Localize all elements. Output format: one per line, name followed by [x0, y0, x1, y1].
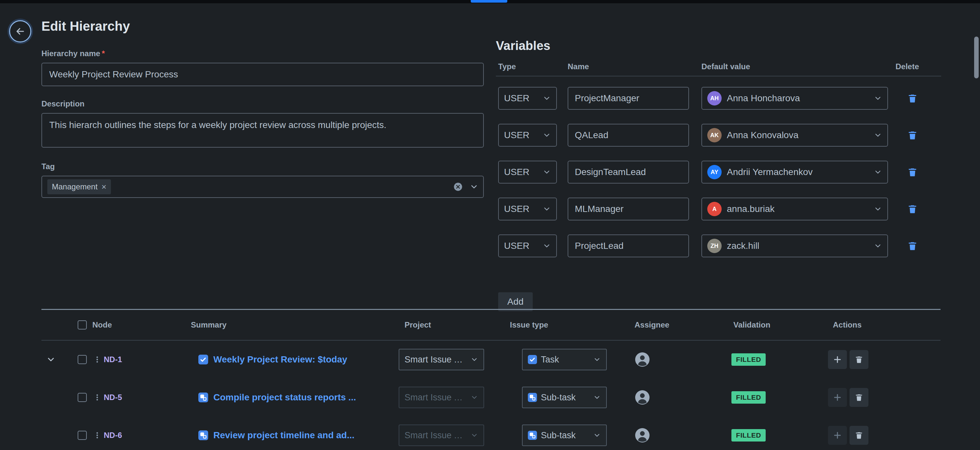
table-header-summary: Summary [191, 320, 226, 329]
scrollbar-thumb[interactable] [974, 37, 979, 78]
issue-type-select[interactable]: Sub-task [522, 387, 607, 408]
chevron-down-icon [873, 131, 882, 139]
variable-name-input[interactable] [568, 161, 689, 184]
trash-icon [854, 393, 864, 402]
clear-tags-icon[interactable] [453, 182, 463, 192]
variable-default-select[interactable]: AY Andrii Yermachenkov [702, 161, 888, 184]
task-icon [528, 355, 537, 364]
variable-type-select[interactable]: USER [498, 87, 557, 110]
add-child-node-button[interactable] [828, 388, 847, 407]
variable-type-select[interactable]: USER [498, 161, 557, 184]
tag-select[interactable]: Management × [41, 176, 484, 198]
variables-title: Variables [496, 38, 941, 53]
issue-type-select[interactable]: Sub-task [522, 424, 607, 446]
hierarchy-name-label: Hierarchy name* [41, 49, 484, 58]
issue-type-value: Sub-task [541, 431, 576, 440]
delete-variable-button[interactable] [907, 93, 918, 104]
delete-variable-button[interactable] [907, 203, 918, 215]
add-child-node-button[interactable] [828, 426, 847, 445]
validation-badge: FILLED [732, 391, 766, 404]
issue-type-select[interactable]: Task [522, 349, 607, 370]
delete-node-button[interactable] [850, 388, 869, 407]
hierarchy-name-input[interactable] [41, 63, 484, 86]
trash-icon [907, 166, 918, 178]
variable-type-select[interactable]: USER [498, 198, 557, 220]
variable-name-input[interactable] [568, 198, 689, 220]
summary-link[interactable]: Review project timeline and ad... [213, 430, 355, 440]
remove-tag-icon[interactable]: × [102, 182, 107, 191]
row-checkbox[interactable] [78, 431, 87, 440]
chevron-down-icon [471, 356, 478, 364]
assignee-avatar[interactable] [635, 353, 649, 367]
hierarchy-form: Hierarchy name* Description This hierarc… [41, 49, 484, 198]
add-child-node-button[interactable] [828, 350, 847, 369]
chevron-down-icon [873, 242, 882, 250]
delete-variable-button[interactable] [907, 166, 918, 178]
assignee-avatar[interactable] [635, 428, 649, 442]
delete-variable-button[interactable] [907, 130, 918, 141]
variables-header-row: Type Name Default value Delete [496, 61, 941, 77]
trash-icon [854, 431, 864, 440]
chevron-down-icon [542, 205, 551, 213]
delete-node-button[interactable] [850, 350, 869, 369]
subtask-icon [198, 393, 208, 402]
variable-type-value: USER [504, 241, 530, 251]
user-avatar: ZH [707, 239, 722, 253]
chevron-down-icon [46, 355, 56, 364]
subtask-icon [528, 431, 537, 440]
tag-chip[interactable]: Management × [47, 179, 111, 194]
chevron-down-icon [471, 394, 478, 401]
description-input[interactable]: This hierarch outlines the steps for a w… [41, 113, 484, 148]
drag-handle[interactable] [93, 431, 102, 440]
chevron-down-icon [469, 182, 479, 191]
trash-icon [907, 203, 918, 215]
person-icon [635, 390, 649, 405]
trash-icon [907, 93, 918, 104]
row-checkbox[interactable] [78, 355, 87, 364]
variable-name-input[interactable] [568, 87, 689, 110]
variable-type-select[interactable]: USER [498, 235, 557, 257]
drag-handle[interactable] [93, 355, 102, 364]
assignee-avatar[interactable] [635, 390, 649, 405]
variable-default-select[interactable]: ZH zack.hill [702, 235, 888, 257]
select-all-checkbox[interactable] [78, 320, 87, 329]
summary-link[interactable]: Compile project status reports ... [213, 392, 356, 403]
edit-hierarchy-screen: Edit Hierarchy Hierarchy name* Descripti… [0, 0, 980, 450]
variable-type-select[interactable]: USER [498, 124, 557, 147]
variables-panel: Variables Type Name Default value Delete… [496, 38, 941, 311]
chevron-down-icon [873, 168, 882, 176]
summary-link[interactable]: Weekly Project Review: $today [213, 354, 347, 365]
variable-row: USER ZH zack.hill [496, 235, 941, 257]
table-row: ND-6 Review project timeline and ad... S… [41, 416, 940, 450]
project-select[interactable]: Smart Issue Ten [399, 349, 484, 370]
variable-default-select[interactable]: A anna.buriak [702, 198, 888, 220]
variable-name-input[interactable] [568, 235, 689, 257]
project-select: Smart Issue Ten [399, 387, 484, 408]
variable-row: USER AY Andrii Yermachenkov [496, 161, 941, 184]
drag-handle-icon [93, 431, 102, 440]
chevron-down-icon [593, 431, 601, 439]
delete-variable-button[interactable] [907, 240, 918, 251]
add-variable-button[interactable]: Add [498, 292, 533, 311]
variable-default-select[interactable]: AK Anna Konovalova [702, 124, 888, 147]
user-avatar: A [707, 202, 722, 216]
person-icon [635, 428, 649, 442]
row-checkbox[interactable] [78, 393, 87, 402]
project-value: Smart Issue Ten [404, 431, 466, 440]
variable-name-input[interactable] [568, 124, 689, 147]
variable-row: USER A anna.buriak [496, 198, 941, 220]
drag-handle-icon [93, 393, 102, 402]
hierarchy-table: Node Summary Project Issue type Assignee… [41, 309, 940, 450]
collapse-row-button[interactable] [46, 355, 56, 364]
back-button[interactable] [9, 20, 31, 43]
delete-node-button[interactable] [850, 426, 869, 445]
drag-handle[interactable] [93, 393, 102, 402]
variable-row: USER AH Anna Honcharova [496, 87, 941, 110]
node-key: ND-6 [104, 431, 122, 440]
task-icon [198, 355, 208, 364]
variable-type-value: USER [504, 130, 530, 140]
variable-default-select[interactable]: AH Anna Honcharova [702, 87, 888, 110]
description-label: Description [41, 99, 484, 109]
table-header-issue-type: Issue type [510, 320, 548, 329]
variable-type-value: USER [504, 204, 530, 214]
